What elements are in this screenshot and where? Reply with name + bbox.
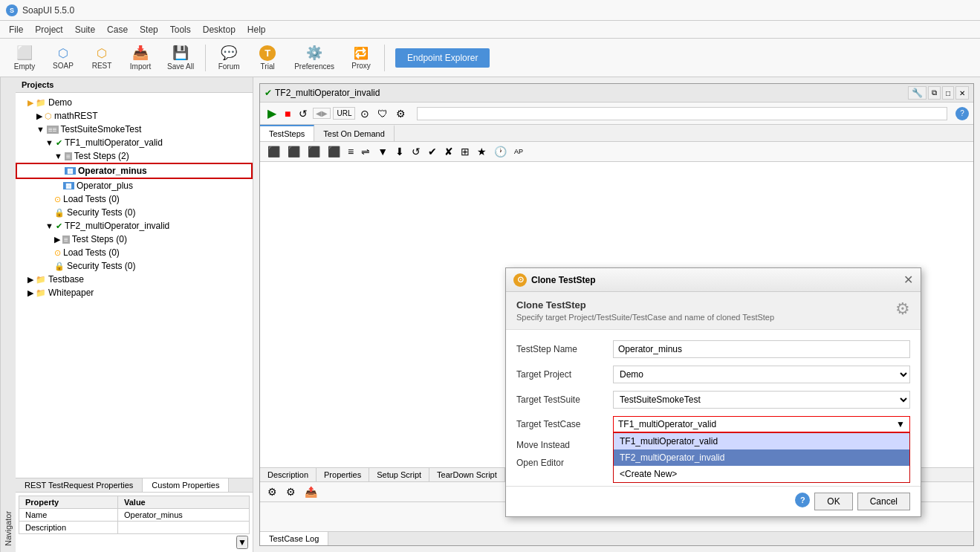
tree-item-testbase[interactable]: ▶ 📁 Testbase <box>16 273 253 286</box>
stop-button[interactable]: ■ <box>282 106 293 121</box>
window-controls: 🔧 ⧉ □ ✕ <box>908 86 969 100</box>
menu-help[interactable]: Help <box>241 23 272 36</box>
import-button[interactable]: 📥 Import <box>122 42 159 74</box>
dialog-cancel-button[interactable]: Cancel <box>857 493 910 510</box>
forum-button[interactable]: 💬 Forum <box>210 42 247 74</box>
tree-item-demo[interactable]: ▶ 📁 Demo <box>16 96 253 109</box>
tree-item-testsuitesoaketest[interactable]: ▼ ≡≡ TestSuiteSmokeTest <box>16 123 253 136</box>
save-all-button[interactable]: 💾 Save All <box>160 42 201 74</box>
options-button[interactable]: ⊙ <box>357 106 372 121</box>
tab-test-on-demand[interactable]: Test On Demand <box>314 125 395 141</box>
value-cell[interactable] <box>117 522 249 534</box>
scroll-button[interactable]: ▼ <box>236 536 248 549</box>
export-button[interactable]: 📤 <box>302 484 320 499</box>
menu-project[interactable]: Project <box>29 23 68 36</box>
testcase-log-tab[interactable]: TestCase Log <box>260 532 328 545</box>
reset-button[interactable]: ↺ <box>296 106 311 121</box>
add-step2-button[interactable]: ⬛ <box>285 144 303 159</box>
tree-item-security-tests-tf1[interactable]: 🔒 Security Tests (0) <box>16 206 253 219</box>
rest-icon: ⬡ <box>97 46 107 60</box>
dialog-close-button[interactable]: ✕ <box>903 273 913 287</box>
menu-tools[interactable]: Tools <box>164 23 197 36</box>
dropdown-option-tf2[interactable]: TF2_multiOperator_invalid <box>614 449 909 466</box>
expand-icon: ▼ <box>36 125 45 134</box>
minimize-button[interactable]: 🔧 <box>908 86 927 100</box>
tree-item-mathrest[interactable]: ▶ ⬡ mathREST <box>16 109 253 123</box>
search-input[interactable] <box>417 107 947 120</box>
soap-button[interactable]: ⬡ SOAP <box>45 42 82 74</box>
proxy-button[interactable]: 🔁 Proxy <box>343 42 380 74</box>
dialog-header-title: Clone TestStep <box>516 299 774 311</box>
target-testsuite-select[interactable]: TestSuiteSmokeTest <box>613 391 910 409</box>
dropdown-option-create-new[interactable]: <Create New> <box>614 466 909 482</box>
menu-file[interactable]: File <box>3 23 29 36</box>
filter-button[interactable]: ▼ <box>374 144 391 159</box>
tree-item-whitepaper[interactable]: ▶ 📁 Whitepaper <box>16 286 253 299</box>
restore-button[interactable]: ⧉ <box>928 86 941 100</box>
other-button[interactable]: AP <box>511 146 526 157</box>
tab-teststeps[interactable]: TestSteps <box>260 125 314 141</box>
tab-properties[interactable]: Properties <box>317 468 369 481</box>
star-button[interactable]: ★ <box>474 144 490 159</box>
options2-button[interactable]: ⚙ <box>283 484 299 499</box>
close-button[interactable]: ✕ <box>955 86 969 100</box>
teststep-name-input[interactable] <box>613 340 910 358</box>
tab-teardown-script[interactable]: TearDown Script <box>429 468 505 481</box>
tree-item-tf1[interactable]: ▼ ✔ TF1_multiOperator_valid <box>16 136 253 149</box>
value-cell[interactable]: Operator_minus <box>117 509 249 522</box>
tab-description[interactable]: Description <box>260 468 317 481</box>
tree-item-teststeps-tf2[interactable]: ▶ ≡ Test Steps (0) <box>16 233 253 246</box>
shield-button[interactable]: 🛡 <box>374 106 391 121</box>
preferences-button[interactable]: ⚙️ Preferences <box>288 42 341 74</box>
tab-rest-properties[interactable]: REST TestRequest Properties <box>16 478 143 492</box>
target-testcase-dropdown-menu[interactable]: TF1_multiOperator_valid TF2_multiOperato… <box>613 432 910 483</box>
menu-step[interactable]: Step <box>134 23 164 36</box>
tree-item-tf2[interactable]: ▼ ✔ TF2_multiOperator_invalid <box>16 219 253 233</box>
target-testcase-dropdown-button[interactable]: TF1_multiOperator_valid ▼ <box>613 416 910 432</box>
tree-item-teststeps-tf1[interactable]: ▼ ≡ Test Steps (2) <box>16 149 253 163</box>
settings2-button[interactable]: ⚙ <box>265 484 280 499</box>
tab-custom-properties[interactable]: Custom Properties <box>143 478 229 492</box>
list-button[interactable]: ≡ <box>345 144 357 159</box>
check3-button[interactable]: ✘ <box>441 144 456 159</box>
forum-label: Forum <box>218 62 240 71</box>
dialog-help-button[interactable]: ? <box>795 493 810 507</box>
tree-item-load-tests-tf2[interactable]: ⊙ Load Tests (0) <box>16 246 253 259</box>
settings-button[interactable]: ⚙ <box>393 106 409 121</box>
menu-case[interactable]: Case <box>101 23 134 36</box>
dialog-icon: ⊙ <box>513 273 527 287</box>
trial-button[interactable]: T Trial <box>249 42 286 74</box>
target-testcase-label: Target TestCase <box>516 419 613 429</box>
menu-desktop[interactable]: Desktop <box>197 23 241 36</box>
menu-suite[interactable]: Suite <box>69 23 101 36</box>
add-step-button[interactable]: ⬛ <box>265 144 283 159</box>
target-testcase-row: Target TestCase TF1_multiOperator_valid … <box>516 416 910 432</box>
url-button[interactable]: URL <box>333 107 355 120</box>
refresh-button[interactable]: ↺ <box>409 144 424 159</box>
app-title: SoapUI 5.5.0 <box>22 5 74 16</box>
tree-item-load-tests-tf1[interactable]: ⊙ Load Tests (0) <box>16 192 253 206</box>
target-project-select[interactable]: Demo <box>613 366 910 383</box>
run-button[interactable]: ▶ <box>265 105 279 122</box>
navigator-tab[interactable]: Navigator <box>0 77 16 552</box>
tree-item-operator-minus[interactable]: ▦ Operator_minus <box>16 163 253 179</box>
maximize-button[interactable]: □ <box>942 86 954 100</box>
tree-item-operator-plus[interactable]: ▦ Operator_plus <box>16 179 253 192</box>
check2-button[interactable]: ✔ <box>425 144 440 159</box>
tree-item-security-tests-tf2[interactable]: 🔒 Security Tests (0) <box>16 259 253 273</box>
endpoint-explorer-button[interactable]: Endpoint Explorer <box>395 48 490 68</box>
grid2-button[interactable]: ⊞ <box>458 144 473 159</box>
grid-icon: ▦ <box>63 182 74 189</box>
tab-setup-script[interactable]: Setup Script <box>369 468 429 481</box>
rest-button[interactable]: ⬡ REST <box>83 42 120 74</box>
down-button[interactable]: ⬇ <box>392 144 407 159</box>
tree-label: TF2_multiOperator_invalid <box>65 221 169 231</box>
clock-button[interactable]: 🕐 <box>491 144 510 159</box>
add-step4-button[interactable]: ⬛ <box>325 144 343 159</box>
empty-button[interactable]: ⬜ Empty <box>6 42 43 74</box>
dropdown-option-tf1[interactable]: TF1_multiOperator_valid <box>614 433 909 449</box>
help-button[interactable]: ? <box>955 107 969 120</box>
add-step3-button[interactable]: ⬛ <box>305 144 323 159</box>
dialog-ok-button[interactable]: OK <box>814 493 852 510</box>
list2-button[interactable]: ⇌ <box>358 144 373 159</box>
